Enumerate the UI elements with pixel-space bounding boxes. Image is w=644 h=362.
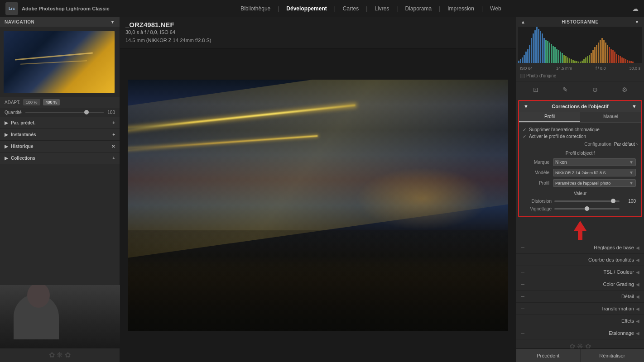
historique-close[interactable]: ✕ [111,144,115,149]
reinitialiser-button[interactable]: Réinitialiser [581,349,644,362]
collections-plus[interactable]: + [112,156,115,161]
corrections-menu-arrow[interactable]: ▼ [632,104,637,109]
city-lights [356,167,489,230]
modele-label: Modèle [524,170,549,175]
par-predef-plus[interactable]: + [112,120,115,125]
checkbox-profil-label: Activer le profil de correction [529,134,586,139]
marque-value: Nikon [555,160,567,165]
photo-origine-label: Photo d'origine [526,73,556,78]
hist-focal: 14.5 mm [556,66,572,71]
collections-header[interactable]: ▶ Collections + [0,152,120,164]
section-detail[interactable]: Détail ◀ [516,291,644,303]
section-courbe-tonalites[interactable]: Courbe des tonalités ◀ [516,254,644,266]
profil-select-arrow: ▼ [629,181,634,186]
nav-diaporama[interactable]: Diaporama [402,5,434,12]
left-decorative-flourish: ✿ ❋ ✿ [0,348,120,362]
adapt-400-btn[interactable]: 400 % [43,99,60,105]
section-color-grading[interactable]: Color Grading ◀ [516,278,644,291]
settings-tool-icon[interactable]: ⚙ [619,84,630,95]
par-predef-header[interactable]: ▶ Par. prédef. + [0,117,120,129]
historique-header[interactable]: ▶ Historique ✕ [0,141,120,152]
crop-tool-icon[interactable]: ⊡ [530,84,541,95]
cloud-icon[interactable]: ☁ [632,5,639,12]
navigation-section-header[interactable]: Navigation ▼ [0,17,120,27]
vignettage-label: Vignettage [524,206,552,211]
section-tsl-couleur-label: TSL / Couleur [528,269,634,275]
corrections-expand-arrow[interactable]: ▼ [524,104,529,109]
histogram-section: ▲ Histogramme ▼ ISO 64 14.5 mm f / 8,0 3… [516,17,644,81]
distorsion-slider[interactable] [554,200,620,202]
hist-shutter: 30,0 s [629,66,640,71]
profil-value: Paramètres de l'appareil photo [555,181,610,186]
section-transformation[interactable]: Transformation ◀ [516,303,644,315]
section-dash [521,321,524,321]
collections-section: ▶ Collections + [0,152,120,164]
nav-bibliotheque[interactable]: Bibliothèque [238,5,273,12]
modele-select[interactable]: NIKKOR Z 14-24mm f/2.8 S ▼ [553,169,636,176]
nav-web[interactable]: Web [487,5,504,12]
app-branding: Lrc Adobe Photoshop Lightroom Classic [5,2,110,15]
top-bar: Lrc Adobe Photoshop Lightroom Classic Bi… [0,0,644,17]
corrections-header: ▼ Corrections de l'objectif ▼ [519,101,641,112]
arrow-stem [578,231,582,240]
profil-select[interactable]: Paramètres de l'appareil photo ▼ [553,179,636,187]
section-tsl-couleur[interactable]: TSL / Couleur ◀ [516,266,644,278]
section-effets[interactable]: Effets ◀ [516,315,644,327]
nav-livres[interactable]: Livres [372,5,392,12]
checkbox-aberration-check: ✓ [523,127,526,132]
section-reglages-base[interactable]: Réglages de base ◀ [516,242,644,254]
photo-origine-checkbox[interactable] [520,74,524,78]
instantanes-section: ▶ Instantanés + [0,129,120,141]
section-etalonnage[interactable]: Etalonnage ◀ [516,327,644,339]
nav-cartes[interactable]: Cartes [340,5,361,12]
modele-select-arrow: ▼ [629,170,634,175]
valeur-title: Valeur [523,188,638,197]
checkbox-aberration-label: Supprimer l'aberration chromatique [529,127,600,132]
nav-impression[interactable]: Impression [445,5,477,12]
modele-field-row: Modèle NIKKOR Z 14-24mm f/2.8 S ▼ [523,167,638,178]
tool-icons-row: ⊡ ✎ ⊙ ⚙ [516,81,644,98]
quantite-slider[interactable] [25,112,104,113]
nav-thumbnail-area [0,27,120,97]
section-etalonnage-label: Etalonnage [528,330,634,336]
section-reglages-base-arrow: ◀ [636,245,639,250]
tab-profil[interactable]: Profil [519,112,580,122]
corrections-panel: ▼ Corrections de l'objectif ▼ Profil Man… [518,100,642,217]
precedent-button[interactable]: Précédent [516,349,581,362]
adapt-bar: ADAPT. 100 % 400 % [0,97,120,108]
par-predef-label: Par. prédef. [11,120,35,125]
corrections-body: ✓ Supprimer l'aberration chromatique ✓ A… [519,123,641,216]
instantanes-label: Instantanés [11,132,36,137]
config-value[interactable]: Par défaut [614,142,638,147]
collections-label: Collections [11,156,35,161]
section-dash [521,272,524,272]
vignettage-slider[interactable] [554,208,620,210]
section-transformation-arrow: ◀ [636,306,639,311]
light-trail-1 [128,105,356,132]
mask-tool-icon[interactable]: ⊙ [590,84,601,95]
left-panel: Navigation ▼ ADAPT. 100 % 400 % Quantité… [0,17,120,362]
adapt-100-btn[interactable]: 100 % [23,99,40,105]
image-meta-line2: 14.5 mm (NIKKOR Z 14-24mm f/2.8 S) [125,37,510,45]
nav-developpement[interactable]: Développement [284,5,329,12]
histogram-expand[interactable]: ▲ [521,19,525,24]
distorsion-label: Distorsion [524,199,552,204]
heal-tool-icon[interactable]: ✎ [560,84,571,95]
section-effets-arrow: ◀ [636,319,639,324]
checkbox-profil-check: ✓ [523,134,526,139]
right-decorative-flourish: ✿ ❋ ✿ [516,339,644,348]
instantanes-plus[interactable]: + [112,132,115,137]
quantite-row: Quantité 100 [0,108,120,117]
checkbox-profil-correction-row: ✓ Activer le profil de correction [523,133,638,140]
profil-label: Profil [524,181,549,186]
section-color-grading-arrow: ◀ [636,282,639,287]
marque-select[interactable]: Nikon ▼ [553,158,636,166]
person-silhouette [0,285,120,348]
light-trail-2 [128,135,318,151]
tab-manuel[interactable]: Manuel [580,112,641,122]
photo-origine-row: Photo d'origine [516,72,644,81]
nav-thumbnail-image [4,31,115,93]
section-tsl-couleur-arrow: ◀ [636,270,639,275]
histogram-arrow[interactable]: ▼ [635,19,639,24]
instantanes-header[interactable]: ▶ Instantanés + [0,129,120,140]
